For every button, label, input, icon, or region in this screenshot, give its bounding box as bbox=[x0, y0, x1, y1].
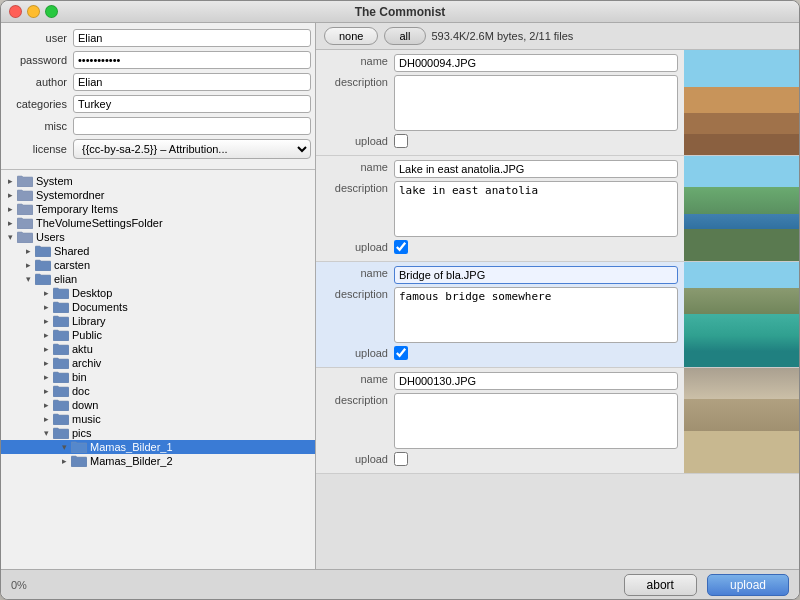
tree-item-system[interactable]: ▸ System bbox=[1, 174, 315, 188]
file-desc-row-file3: description famous bridge somewhere bbox=[322, 287, 678, 343]
file-fields-file1: name description upload bbox=[316, 50, 684, 155]
tree-item-mamas_bilder_2[interactable]: ▸ Mamas_Bilder_2 bbox=[1, 454, 315, 468]
folder-icon-volumesettings bbox=[17, 217, 33, 229]
tree-item-systemordner[interactable]: ▸ Systemordner bbox=[1, 188, 315, 202]
tree-item-volumesettings[interactable]: ▸ TheVolumeSettingsFolder bbox=[1, 216, 315, 230]
file-name-input-file4[interactable] bbox=[394, 372, 678, 390]
tree-toggle-system[interactable]: ▸ bbox=[5, 176, 15, 186]
file-desc-input-file4[interactable] bbox=[394, 393, 678, 449]
tree-scroll[interactable]: ▸ System▸ Systemordner▸ Temporary Items▸… bbox=[1, 170, 315, 569]
tree-item-down[interactable]: ▸ down bbox=[1, 398, 315, 412]
tree-item-aktu[interactable]: ▸ aktu bbox=[1, 342, 315, 356]
tree-toggle-down[interactable]: ▸ bbox=[41, 400, 51, 410]
tree-item-users[interactable]: ▾ Users bbox=[1, 230, 315, 244]
user-input[interactable] bbox=[73, 29, 311, 47]
tree-item-library[interactable]: ▸ Library bbox=[1, 314, 315, 328]
tree-toggle-documents[interactable]: ▸ bbox=[41, 302, 51, 312]
file-desc-row-file4: description bbox=[322, 393, 678, 449]
tree-toggle-temporary[interactable]: ▸ bbox=[5, 204, 15, 214]
tree-item-mamas_bilder_1[interactable]: ▾ Mamas_Bilder_1 bbox=[1, 440, 315, 454]
tree-area: ▸ System▸ Systemordner▸ Temporary Items▸… bbox=[1, 170, 315, 569]
tree-toggle-users[interactable]: ▾ bbox=[5, 232, 15, 242]
tree-toggle-doc[interactable]: ▸ bbox=[41, 386, 51, 396]
upload-checkbox-file1[interactable] bbox=[394, 134, 408, 148]
name-label: name bbox=[322, 54, 394, 67]
misc-row: misc bbox=[5, 117, 311, 135]
tree-toggle-aktu[interactable]: ▸ bbox=[41, 344, 51, 354]
tree-label-down: down bbox=[72, 399, 98, 411]
misc-input[interactable] bbox=[73, 117, 311, 135]
tree-toggle-public[interactable]: ▸ bbox=[41, 330, 51, 340]
upload-checkbox-file3[interactable] bbox=[394, 346, 408, 360]
toolbar: none all 593.4K/2.6M bytes, 2/11 files bbox=[316, 23, 799, 50]
file-upload-row-file4: upload bbox=[322, 452, 678, 466]
file-fields-file2: name description lake in east anatolia u… bbox=[316, 156, 684, 261]
file-name-input-file3[interactable] bbox=[394, 266, 678, 284]
tree-item-carsten[interactable]: ▸ carsten bbox=[1, 258, 315, 272]
file-desc-input-file3[interactable]: famous bridge somewhere bbox=[394, 287, 678, 343]
author-row: author bbox=[5, 73, 311, 91]
desc-label: description bbox=[322, 287, 394, 300]
left-panel: user password author categories misc bbox=[1, 23, 316, 569]
tree-item-shared[interactable]: ▸ Shared bbox=[1, 244, 315, 258]
tree-toggle-elian[interactable]: ▾ bbox=[23, 274, 33, 284]
all-button[interactable]: all bbox=[384, 27, 425, 45]
maximize-button[interactable] bbox=[45, 5, 58, 18]
minimize-button[interactable] bbox=[27, 5, 40, 18]
tree-toggle-desktop[interactable]: ▸ bbox=[41, 288, 51, 298]
tree-toggle-archiv[interactable]: ▸ bbox=[41, 358, 51, 368]
license-select[interactable]: {{cc-by-sa-2.5}} – Attribution... bbox=[73, 139, 311, 159]
tree-label-users: Users bbox=[36, 231, 65, 243]
author-input[interactable] bbox=[73, 73, 311, 91]
tree-item-pics[interactable]: ▾ pics bbox=[1, 426, 315, 440]
tree-label-archiv: archiv bbox=[72, 357, 101, 369]
file-name-input-file2[interactable] bbox=[394, 160, 678, 178]
folder-icon-documents bbox=[53, 301, 69, 313]
password-input[interactable] bbox=[73, 51, 311, 69]
none-button[interactable]: none bbox=[324, 27, 378, 45]
tree-toggle-pics[interactable]: ▾ bbox=[41, 428, 51, 438]
tree-item-archiv[interactable]: ▸ archiv bbox=[1, 356, 315, 370]
desc-label: description bbox=[322, 75, 394, 88]
tree-item-temporary[interactable]: ▸ Temporary Items bbox=[1, 202, 315, 216]
upload-checkbox-file4[interactable] bbox=[394, 452, 408, 466]
file-name-input-file1[interactable] bbox=[394, 54, 678, 72]
main-content: user password author categories misc bbox=[1, 23, 799, 569]
tree-toggle-shared[interactable]: ▸ bbox=[23, 246, 33, 256]
tree-item-elian[interactable]: ▾ elian bbox=[1, 272, 315, 286]
tree-label-public: Public bbox=[72, 329, 102, 341]
file-desc-input-file2[interactable]: lake in east anatolia bbox=[394, 181, 678, 237]
form-area: user password author categories misc bbox=[1, 23, 315, 170]
toolbar-info: 593.4K/2.6M bytes, 2/11 files bbox=[432, 30, 574, 42]
tree-item-doc[interactable]: ▸ doc bbox=[1, 384, 315, 398]
tree-toggle-mamas_bilder_1[interactable]: ▾ bbox=[59, 442, 69, 452]
tree-item-public[interactable]: ▸ Public bbox=[1, 328, 315, 342]
tree-item-music[interactable]: ▸ music bbox=[1, 412, 315, 426]
file-name-row-file2: name bbox=[322, 160, 678, 178]
tree-label-bin: bin bbox=[72, 371, 87, 383]
file-desc-input-file1[interactable] bbox=[394, 75, 678, 131]
folder-icon-system bbox=[17, 175, 33, 187]
file-thumb-file2 bbox=[684, 156, 799, 261]
tree-label-library: Library bbox=[72, 315, 106, 327]
categories-input[interactable] bbox=[73, 95, 311, 113]
tree-toggle-systemordner[interactable]: ▸ bbox=[5, 190, 15, 200]
abort-button[interactable]: abort bbox=[624, 574, 697, 596]
tree-toggle-bin[interactable]: ▸ bbox=[41, 372, 51, 382]
tree-toggle-music[interactable]: ▸ bbox=[41, 414, 51, 424]
upload-button[interactable]: upload bbox=[707, 574, 789, 596]
tree-toggle-volumesettings[interactable]: ▸ bbox=[5, 218, 15, 228]
tree-item-bin[interactable]: ▸ bin bbox=[1, 370, 315, 384]
tree-label-elian: elian bbox=[54, 273, 77, 285]
tree-toggle-mamas_bilder_2[interactable]: ▸ bbox=[59, 456, 69, 466]
folder-icon-down bbox=[53, 399, 69, 411]
upload-checkbox-file2[interactable] bbox=[394, 240, 408, 254]
close-button[interactable] bbox=[9, 5, 22, 18]
tree-item-desktop[interactable]: ▸ Desktop bbox=[1, 286, 315, 300]
folder-icon-elian bbox=[35, 273, 51, 285]
tree-toggle-library[interactable]: ▸ bbox=[41, 316, 51, 326]
license-label: license bbox=[5, 143, 73, 155]
tree-toggle-carsten[interactable]: ▸ bbox=[23, 260, 33, 270]
folder-icon-systemordner bbox=[17, 189, 33, 201]
tree-item-documents[interactable]: ▸ Documents bbox=[1, 300, 315, 314]
